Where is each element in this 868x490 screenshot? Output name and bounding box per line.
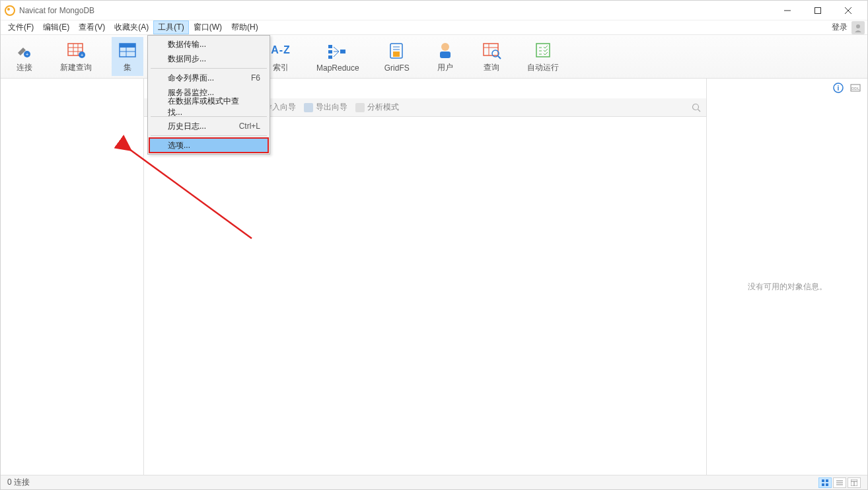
new-query-label: 新建查询: [60, 62, 92, 73]
menu-tools[interactable]: 工具(T): [153, 20, 188, 34]
svg-rect-20: [328, 55, 332, 59]
svg-text:DDL: DDL: [851, 87, 860, 90]
tools-dropdown: 数据传输... 数据同步... 命令列界面...F6 服务器监控... 在数据库…: [147, 35, 270, 155]
svg-text:+: +: [26, 52, 29, 57]
right-empty-message: 没有可用的对象信息。: [707, 97, 867, 476]
toolbar: + 连接 + 新建查询 集 A-Z 索引 MapReduce GridFS: [1, 35, 867, 79]
svg-rect-15: [120, 44, 135, 48]
maximize-button[interactable]: [803, 1, 833, 20]
titlebar: Navicat for MongoDB: [1, 1, 867, 20]
svg-text:+: +: [81, 52, 84, 58]
info-icon[interactable]: i: [833, 83, 844, 93]
menu-file[interactable]: 文件(F): [3, 20, 38, 34]
menu-view[interactable]: 查看(V): [74, 20, 110, 34]
svg-point-34: [693, 104, 699, 110]
svg-point-26: [441, 43, 449, 51]
connect-label: 连接: [17, 62, 32, 73]
svg-rect-18: [328, 45, 332, 48]
autorun-icon: [532, 40, 554, 61]
query-button[interactable]: 查询: [476, 37, 507, 76]
menu-cmd-line[interactable]: 命令列界面...F6: [149, 71, 268, 85]
query-icon: [481, 40, 502, 61]
app-logo-icon: [5, 5, 15, 16]
query-label: 查询: [484, 62, 499, 73]
menu-help[interactable]: 帮助(H): [227, 20, 263, 34]
collection-label: 集: [124, 62, 131, 73]
search-icon[interactable]: [692, 103, 701, 112]
menu-history-log[interactable]: 历史日志...Ctrl+L: [149, 119, 268, 133]
collection-button[interactable]: 集: [112, 37, 143, 76]
view-detail-button[interactable]: [848, 477, 861, 488]
menu-favorites[interactable]: 收藏夹(A): [110, 20, 153, 34]
svg-rect-23: [393, 52, 400, 57]
svg-rect-27: [440, 52, 451, 58]
gridfs-label: GridFS: [384, 63, 410, 73]
menu-window[interactable]: 窗口(W): [189, 20, 227, 34]
login-link[interactable]: 登录: [832, 22, 848, 33]
index-label: 索引: [273, 62, 289, 73]
menu-options[interactable]: 选项...: [149, 137, 269, 153]
table-new-icon: +: [65, 40, 87, 61]
left-sidebar: [1, 79, 144, 476]
export-icon: [304, 103, 313, 112]
svg-rect-28: [484, 44, 498, 55]
svg-line-32: [498, 56, 501, 59]
gridfs-button[interactable]: GridFS: [379, 38, 415, 75]
autorun-label: 自动运行: [527, 62, 559, 73]
close-button[interactable]: [833, 1, 863, 20]
svg-rect-1: [815, 7, 821, 13]
svg-rect-19: [328, 50, 332, 53]
mapreduce-button[interactable]: MapReduce: [311, 38, 365, 75]
plug-icon: +: [14, 40, 35, 61]
mapreduce-icon: [327, 41, 348, 62]
menu-data-transfer[interactable]: 数据传输...: [149, 37, 268, 52]
menu-find-in-db[interactable]: 在数据库或模式中查找...: [149, 100, 268, 114]
window-title: Navicat for MongoDB: [19, 6, 772, 15]
user-icon: [435, 40, 456, 61]
svg-rect-21: [340, 50, 345, 53]
svg-point-4: [856, 24, 860, 28]
svg-rect-42: [826, 479, 828, 482]
svg-rect-41: [822, 479, 824, 482]
new-query-button[interactable]: + 新建查询: [55, 37, 97, 76]
avatar-icon[interactable]: [851, 21, 865, 34]
view-list-button[interactable]: [833, 477, 846, 488]
az-icon: A-Z: [271, 40, 291, 61]
connect-button[interactable]: + 连接: [9, 37, 40, 76]
main-area: 新建集合 删除集合 导入向导 导出向导 分析模式 i DDL 没有可用的对象信息…: [1, 79, 867, 476]
ddl-icon[interactable]: DDL: [850, 83, 861, 93]
svg-line-35: [698, 109, 701, 112]
svg-rect-43: [822, 483, 824, 486]
table-icon: [117, 40, 138, 61]
autorun-button[interactable]: 自动运行: [522, 37, 564, 76]
minimize-button[interactable]: [772, 1, 803, 20]
svg-rect-44: [826, 483, 828, 486]
user-button[interactable]: 用户: [429, 37, 461, 76]
menubar: 文件(F) 编辑(E) 查看(V) 收藏夹(A) 工具(T) 窗口(W) 帮助(…: [1, 20, 867, 35]
menu-data-sync[interactable]: 数据同步...: [149, 52, 268, 66]
export-wizard-button[interactable]: 导出向导: [304, 102, 347, 113]
svg-text:i: i: [838, 85, 840, 92]
menu-edit[interactable]: 编辑(E): [38, 20, 74, 34]
connection-count: 0 连接: [7, 477, 30, 488]
view-grid-button[interactable]: [818, 477, 832, 488]
chart-icon: [355, 103, 365, 112]
user-label: 用户: [437, 62, 453, 73]
statusbar: 0 连接: [1, 475, 867, 489]
mapreduce-label: MapReduce: [316, 63, 359, 73]
right-sidebar: i DDL 没有可用的对象信息。: [706, 79, 867, 476]
analysis-mode-button[interactable]: 分析模式: [355, 102, 399, 113]
gridfs-icon: [386, 41, 408, 62]
